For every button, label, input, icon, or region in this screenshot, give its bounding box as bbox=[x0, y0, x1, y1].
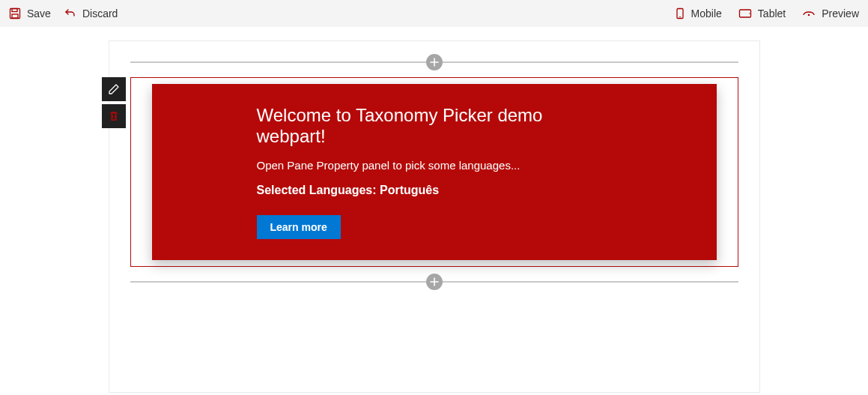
pencil-icon bbox=[108, 83, 120, 95]
edit-webpart-button[interactable] bbox=[102, 77, 126, 101]
preview-icon bbox=[802, 8, 816, 19]
tablet-preview-label: Tablet bbox=[758, 0, 786, 27]
svg-rect-5 bbox=[739, 10, 750, 17]
add-section-button-bottom[interactable] bbox=[426, 274, 443, 290]
discard-button[interactable]: Discard bbox=[64, 0, 118, 27]
save-button-label: Save bbox=[27, 0, 51, 27]
command-bar: Save Discard Mobile bbox=[0, 0, 868, 27]
svg-rect-1 bbox=[12, 9, 17, 12]
webpart-toolbar bbox=[102, 77, 126, 128]
save-icon bbox=[9, 7, 21, 19]
mobile-icon bbox=[675, 7, 685, 19]
tablet-icon bbox=[738, 8, 752, 19]
mobile-preview-label: Mobile bbox=[691, 0, 722, 27]
webpart-zone: Welcome to Taxonomy Picker demo webpart!… bbox=[130, 77, 738, 267]
plus-icon bbox=[430, 58, 439, 67]
delete-webpart-button[interactable] bbox=[102, 104, 126, 128]
discard-button-label: Discard bbox=[82, 0, 118, 27]
webpart-subtitle: Open Pane Property panel to pick some la… bbox=[257, 159, 612, 172]
page-canvas: Welcome to Taxonomy Picker demo webpart!… bbox=[109, 40, 760, 393]
webpart-body: Welcome to Taxonomy Picker demo webpart!… bbox=[152, 84, 717, 260]
add-section-divider-top bbox=[130, 55, 738, 70]
add-section-button-top[interactable] bbox=[426, 54, 443, 70]
webpart-selected-languages: Selected Languages: Português bbox=[257, 184, 612, 197]
save-button[interactable]: Save bbox=[9, 0, 51, 27]
tablet-preview-button[interactable]: Tablet bbox=[738, 0, 786, 27]
svg-point-7 bbox=[808, 14, 810, 16]
mobile-preview-button[interactable]: Mobile bbox=[675, 0, 722, 27]
trash-icon bbox=[108, 110, 120, 122]
learn-more-button[interactable]: Learn more bbox=[257, 215, 341, 239]
svg-rect-2 bbox=[12, 14, 18, 18]
svg-point-6 bbox=[749, 13, 750, 13]
webpart-title: Welcome to Taxonomy Picker demo webpart! bbox=[257, 105, 612, 147]
add-section-divider-bottom bbox=[130, 274, 738, 289]
preview-button[interactable]: Preview bbox=[802, 0, 859, 27]
svg-point-4 bbox=[679, 16, 681, 18]
undo-icon bbox=[64, 7, 76, 19]
webpart-selection-outline[interactable]: Welcome to Taxonomy Picker demo webpart!… bbox=[130, 77, 738, 267]
preview-button-label: Preview bbox=[822, 0, 859, 27]
plus-icon bbox=[430, 277, 439, 286]
